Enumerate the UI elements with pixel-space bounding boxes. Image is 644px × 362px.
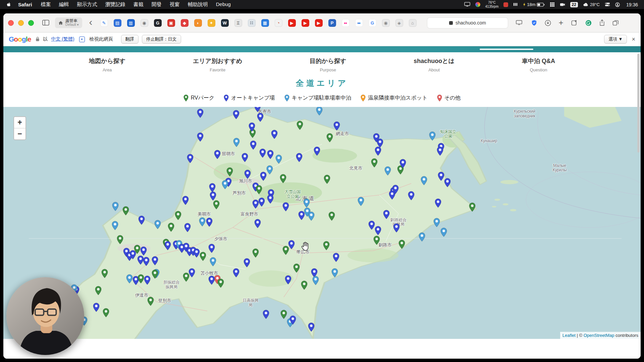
map-marker[interactable] [469, 202, 476, 212]
map-marker[interactable] [112, 221, 118, 230]
toggles-icon[interactable] [605, 2, 610, 6]
map-marker[interactable] [303, 198, 310, 208]
extension-icon[interactable]: ▦ [261, 19, 269, 27]
red-app-icon[interactable] [503, 2, 508, 7]
map-marker[interactable] [250, 140, 257, 150]
map-marker[interactable] [254, 107, 261, 112]
input-badge[interactable]: 22 [570, 2, 578, 7]
map-marker[interactable] [95, 286, 102, 295]
map-marker[interactable] [147, 297, 154, 306]
map-marker[interactable] [208, 244, 215, 253]
map-marker[interactable] [122, 206, 129, 216]
map-marker[interactable] [206, 218, 213, 227]
map-marker[interactable] [377, 138, 383, 148]
map-marker[interactable] [259, 148, 266, 158]
extension-icon[interactable]: ▶ [288, 19, 296, 27]
extension-icon[interactable]: ▶ [315, 19, 323, 27]
map-marker[interactable] [285, 275, 291, 285]
map-marker[interactable] [209, 183, 216, 192]
nav-item-about[interactable]: shachuooとはAbout [414, 57, 454, 72]
map-marker[interactable] [138, 274, 144, 284]
menu-輔助說明[interactable]: 輔助說明 [188, 1, 208, 8]
extension-icon[interactable]: ◉ [382, 19, 390, 27]
menu-顯示方式[interactable]: 顯示方式 [77, 1, 97, 8]
map-marker[interactable] [271, 130, 278, 139]
leaflet-map[interactable]: 北海道名寄市留萌市旭川市芦別市美唄市夕張市富良野市北見市網走市釧路市帯広市苫小牧… [3, 107, 641, 339]
extension-icon[interactable]: ▤ [114, 19, 121, 27]
close-translate-bar-icon[interactable]: × [632, 36, 635, 43]
map-marker[interactable] [308, 212, 315, 221]
map-marker[interactable] [93, 303, 100, 312]
camera-icon[interactable] [560, 3, 565, 7]
menu-開發[interactable]: 開發 [152, 1, 162, 8]
map-marker[interactable] [433, 218, 440, 227]
extension-icon[interactable]: ▣ [167, 19, 175, 27]
map-marker[interactable] [280, 174, 286, 183]
map-marker[interactable] [280, 310, 287, 319]
map-marker[interactable] [399, 159, 406, 168]
active-app-name[interactable]: Safari [18, 2, 32, 7]
map-marker[interactable] [383, 210, 390, 219]
page-scrollbar[interactable] [637, 54, 640, 153]
map-marker[interactable] [289, 315, 296, 325]
translate-language-link[interactable]: 中文 (繁體) [51, 36, 74, 42]
map-marker[interactable] [324, 175, 330, 184]
map-marker[interactable] [154, 220, 161, 229]
weather-status[interactable]: 28°C [583, 2, 600, 7]
map-marker[interactable] [419, 232, 425, 242]
map-marker[interactable] [189, 268, 195, 278]
map-marker[interactable] [384, 166, 391, 176]
language-dropdown-icon[interactable]: ▼ [79, 37, 85, 42]
menu-視窗[interactable]: 視窗 [170, 1, 180, 8]
extension-icon[interactable]: ⌂ [409, 19, 417, 27]
map-marker[interactable] [112, 202, 119, 211]
color-app-icon[interactable] [475, 2, 480, 7]
map-marker[interactable] [267, 150, 274, 159]
map-marker[interactable] [233, 268, 239, 278]
map-marker[interactable] [138, 216, 145, 225]
translate-button[interactable]: 翻譯 [121, 35, 139, 44]
nav-item-purpose[interactable]: 目的から探すPurpose [310, 57, 346, 72]
reader-display-icon[interactable] [516, 20, 522, 25]
map-marker[interactable] [103, 308, 109, 317]
map-marker[interactable] [438, 172, 444, 181]
share-icon[interactable] [599, 19, 605, 26]
close-window-button[interactable] [8, 20, 14, 26]
map-marker[interactable] [182, 196, 189, 205]
map-marker[interactable] [140, 246, 147, 256]
extension-icon[interactable]: ∷ [248, 19, 256, 27]
map-marker[interactable] [164, 241, 171, 250]
osm-link[interactable]: OpenStreetMap [584, 333, 614, 338]
map-marker[interactable] [375, 226, 381, 235]
map-marker[interactable] [152, 256, 158, 265]
apple-logo-icon[interactable] [6, 2, 11, 7]
map-marker[interactable] [323, 241, 330, 250]
map-marker[interactable] [260, 172, 267, 181]
map-marker[interactable] [267, 194, 274, 204]
map-marker[interactable] [197, 109, 204, 118]
map-marker[interactable] [308, 322, 315, 332]
menubar-clock[interactable]: 19:36 [626, 2, 638, 7]
nav-item-area[interactable]: 地図から探すArea [89, 57, 125, 72]
map-marker[interactable] [217, 279, 224, 288]
map-marker[interactable] [210, 257, 216, 266]
extension-icon[interactable]: ◆ [181, 19, 189, 27]
map-marker[interactable] [199, 217, 206, 227]
map-marker[interactable] [371, 158, 378, 168]
bars-icon[interactable] [513, 2, 518, 6]
profile-switcher[interactable]: 露營車 Default ▾ [55, 17, 82, 28]
menu-編輯[interactable]: 編輯 [59, 1, 69, 8]
zoom-in-button[interactable]: + [14, 117, 25, 128]
map-marker[interactable] [288, 240, 295, 249]
extension-icon[interactable]: ◈ [395, 19, 403, 27]
map-marker[interactable] [134, 245, 141, 254]
grid-icon[interactable] [550, 2, 555, 7]
menu-Debug[interactable]: Debug [216, 1, 231, 8]
downloads-icon[interactable] [545, 20, 551, 26]
map-marker[interactable] [101, 269, 108, 278]
display-icon[interactable] [464, 2, 470, 7]
back-button[interactable]: ‹ [89, 16, 93, 28]
map-marker[interactable] [252, 199, 259, 209]
extension-icon[interactable]: ✦ [208, 19, 215, 27]
map-marker[interactable] [368, 221, 375, 230]
